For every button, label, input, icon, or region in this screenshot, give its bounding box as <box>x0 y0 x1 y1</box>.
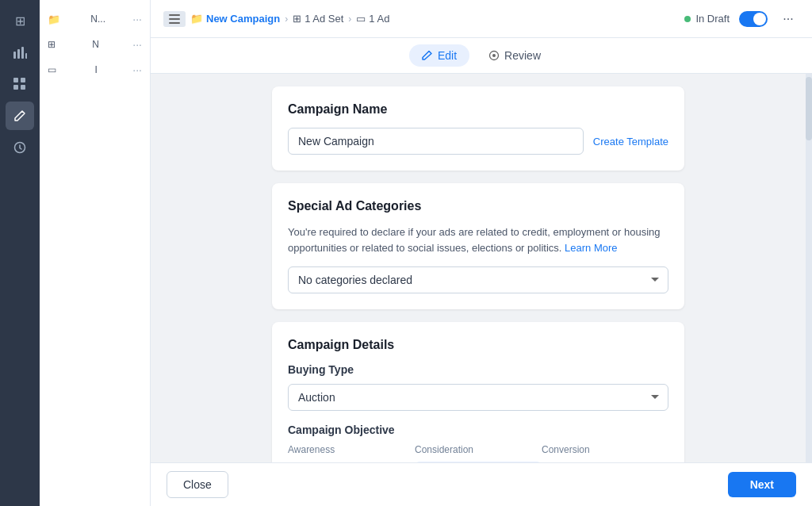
consideration-header: Consideration <box>415 444 542 455</box>
main-content: 📁 New Campaign › ⊞ 1 Ad Set › ▭ 1 Ad In … <box>151 0 812 506</box>
more-dots-icon: ··· <box>783 12 793 26</box>
buying-type-section: Buying Type Auction Reach and Frequency <box>288 363 668 411</box>
svg-rect-3 <box>25 53 27 59</box>
conversion-header: Conversion <box>542 444 668 455</box>
campaign-name-title: Campaign Name <box>288 102 668 117</box>
status-badge: In Draft <box>684 13 730 25</box>
campaign-details-title: Campaign Details <box>288 338 668 352</box>
campaign-objective-label: Campaign Objective <box>288 424 668 436</box>
topbar-right: In Draft ··· <box>684 8 799 30</box>
create-template-link[interactable]: Create Template <box>593 136 668 148</box>
edit-review-bar: Edit Review <box>151 38 812 74</box>
ad-icon: ▭ <box>48 64 56 75</box>
svg-rect-9 <box>169 14 180 16</box>
objective-col-awareness: Awareness Brand awareness Reach <box>288 444 415 462</box>
special-ad-categories-dropdown[interactable]: No categories declared Credit Employment… <box>288 266 668 293</box>
svg-rect-6 <box>13 85 18 90</box>
campaign-name-input-row: Create Template <box>288 128 668 155</box>
breadcrumb-sep-2: › <box>348 13 351 25</box>
next-button[interactable]: Next <box>728 472 796 497</box>
scrollbar-thumb[interactable] <box>806 77 812 140</box>
special-ad-title: Special Ad Categories <box>288 199 668 213</box>
status-dot <box>684 16 691 22</box>
breadcrumb-adset[interactable]: ⊞ 1 Ad Set <box>293 13 343 25</box>
svg-rect-1 <box>17 49 20 59</box>
secondary-sidebar: 📁 N... ··· ⊞ N ··· ▭ I ··· <box>40 0 151 506</box>
sidebar-item-label-1: N... <box>90 13 105 25</box>
sidebar-item-more-3[interactable]: ··· <box>132 63 142 76</box>
svg-point-13 <box>492 54 496 57</box>
sidebar-toggle-button[interactable] <box>163 11 186 27</box>
objective-col-consideration: Consideration Traffic Engagement <box>415 444 542 462</box>
content-inner: Campaign Name Create Template Special Ad… <box>272 86 684 450</box>
edit-tab[interactable]: Edit <box>409 44 469 67</box>
learn-more-link[interactable]: Learn More <box>565 242 617 254</box>
sidebar-item-label-3: I <box>94 64 97 75</box>
review-tab-label: Review <box>504 49 541 62</box>
svg-rect-10 <box>169 18 180 20</box>
breadcrumb-campaign-label: New Campaign <box>206 13 280 25</box>
review-tab[interactable]: Review <box>476 44 553 67</box>
topbar: 📁 New Campaign › ⊞ 1 Ad Set › ▭ 1 Ad In … <box>151 0 812 38</box>
svg-rect-11 <box>169 22 180 24</box>
breadcrumb-adset-label: 1 Ad Set <box>304 13 343 25</box>
special-ad-card: Special Ad Categories You're required to… <box>272 183 684 309</box>
ad-rect-icon: ▭ <box>356 13 366 25</box>
folder-icon: 📁 <box>48 13 60 25</box>
sidebar-icon-clock[interactable] <box>6 133 34 162</box>
breadcrumb: 📁 New Campaign › ⊞ 1 Ad Set › ▭ 1 Ad <box>163 11 389 27</box>
sidebar-icon-home[interactable]: ⊞ <box>6 6 34 35</box>
status-label: In Draft <box>695 13 730 25</box>
sidebar-icon-edit[interactable] <box>6 102 34 130</box>
campaign-folder-icon: 📁 <box>190 13 203 25</box>
svg-rect-4 <box>13 78 18 82</box>
secondary-sidebar-item-2[interactable]: ⊞ N ··· <box>40 32 150 57</box>
more-options-button[interactable]: ··· <box>777 8 799 30</box>
bottom-bar: Close Next <box>151 462 812 506</box>
buying-type-dropdown[interactable]: Auction Reach and Frequency <box>288 384 668 411</box>
campaign-name-card: Campaign Name Create Template <box>272 86 684 171</box>
content-scroll-area: Campaign Name Create Template Special Ad… <box>151 74 806 462</box>
close-button[interactable]: Close <box>167 471 228 498</box>
sidebar-item-more-2[interactable]: ··· <box>132 38 142 51</box>
awareness-header: Awareness <box>288 444 415 455</box>
scrollbar[interactable] <box>806 74 812 462</box>
campaign-objective-columns: Awareness Brand awareness Reach <box>288 444 668 462</box>
sidebar-item-label-2: N <box>92 39 99 50</box>
breadcrumb-ad[interactable]: ▭ 1 Ad <box>356 13 389 25</box>
sidebar-icon-grid[interactable] <box>6 70 34 98</box>
edit-tab-label: Edit <box>438 49 457 62</box>
breadcrumb-sep-1: › <box>285 13 288 25</box>
special-ad-description: You're required to declare if your ads a… <box>288 224 668 255</box>
campaign-name-input[interactable] <box>288 128 584 155</box>
adset-grid-icon: ⊞ <box>293 13 301 25</box>
svg-rect-7 <box>21 85 25 90</box>
draft-toggle[interactable] <box>739 11 768 27</box>
svg-rect-2 <box>21 47 24 59</box>
svg-rect-0 <box>13 52 16 59</box>
secondary-sidebar-item-1[interactable]: 📁 N... ··· <box>40 6 150 32</box>
secondary-sidebar-item-3[interactable]: ▭ I ··· <box>40 57 150 82</box>
left-sidebar: ⊞ <box>0 0 40 506</box>
sidebar-icon-chart[interactable] <box>6 38 34 67</box>
sidebar-item-more-1[interactable]: ··· <box>132 13 142 25</box>
grid-small-icon: ⊞ <box>48 39 56 50</box>
breadcrumb-campaign[interactable]: 📁 New Campaign <box>190 13 280 25</box>
breadcrumb-ad-label: 1 Ad <box>369 13 389 25</box>
objective-col-conversion: Conversion Conversions Catalog sales <box>542 444 668 462</box>
campaign-details-card: Campaign Details Buying Type Auction Rea… <box>272 322 684 462</box>
svg-rect-5 <box>21 78 25 82</box>
buying-type-label: Buying Type <box>288 363 668 376</box>
